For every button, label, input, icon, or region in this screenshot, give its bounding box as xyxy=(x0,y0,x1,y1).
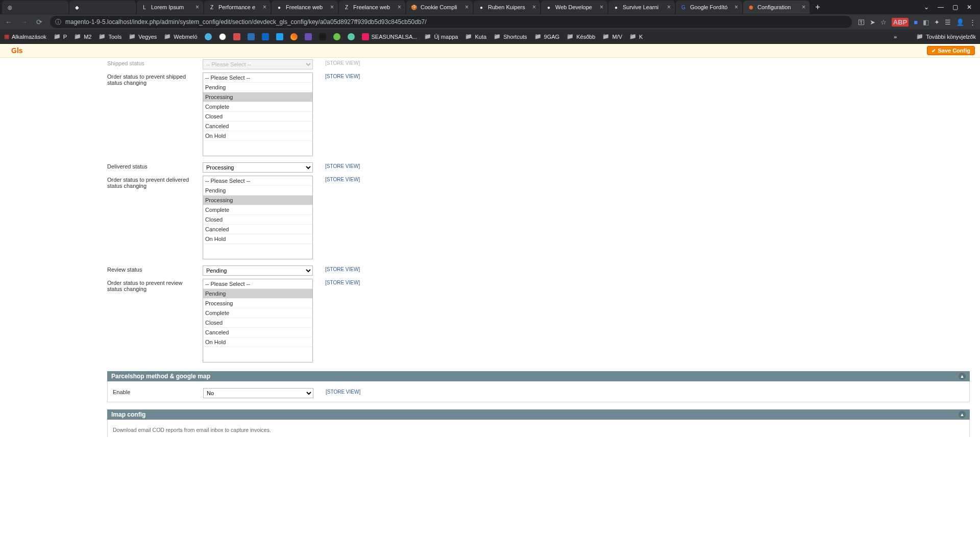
multiselect-option[interactable]: Pending xyxy=(203,289,312,299)
browser-tab[interactable]: 🍪Cookie Compli× xyxy=(406,1,473,14)
send-icon[interactable]: ➤ xyxy=(870,18,875,26)
extension-icon[interactable]: ■ xyxy=(914,18,918,26)
bookmark-item[interactable] xyxy=(262,33,269,40)
select-review-status[interactable]: Pending xyxy=(203,265,313,276)
bookmark-item[interactable] xyxy=(233,33,240,40)
bookmark-folder[interactable]: M/V xyxy=(602,33,622,40)
multiselect-option[interactable]: On Hold xyxy=(203,337,312,347)
close-icon[interactable]: × xyxy=(802,4,805,11)
bookmark-folder[interactable]: Kuta xyxy=(465,33,486,40)
browser-tab[interactable]: GGoogle Fordító× xyxy=(676,1,742,14)
adblock-icon[interactable]: ABP xyxy=(892,18,909,27)
multiselect-option[interactable]: Pending xyxy=(203,83,312,92)
scope-link[interactable]: [STORE VIEW] xyxy=(325,280,360,285)
bookmark-overflow-icon[interactable]: » xyxy=(894,34,897,40)
multiselect-option[interactable]: Complete xyxy=(203,205,312,215)
address-bar[interactable]: ⓘ magento-1-9-5.localhost/index.php/admi… xyxy=(50,16,852,28)
multiselect-option[interactable]: On Hold xyxy=(203,131,312,141)
multiselect-prevent-review[interactable]: -- Please Select -- Pending Processing C… xyxy=(203,279,313,362)
multiselect-option[interactable]: Processing xyxy=(203,299,312,308)
collapse-icon[interactable]: ▲ xyxy=(959,411,966,418)
section-header-imap[interactable]: Imap config ▲ xyxy=(107,409,970,420)
close-icon[interactable]: × xyxy=(263,4,266,11)
close-icon[interactable]: × xyxy=(330,4,334,11)
browser-tab[interactable]: LLorem Ipsum× xyxy=(137,1,203,14)
bookmark-item[interactable] xyxy=(290,33,298,40)
bookmark-folder[interactable]: Webmeló xyxy=(164,33,197,40)
multiselect-option[interactable]: On Hold xyxy=(203,234,312,244)
extensions-puzzle-icon[interactable]: ✦ xyxy=(934,18,940,26)
close-icon[interactable]: × xyxy=(734,4,738,11)
bookmark-star-icon[interactable]: ☆ xyxy=(880,18,887,26)
close-icon[interactable]: × xyxy=(195,4,199,11)
reload-button[interactable]: ⟳ xyxy=(35,18,44,26)
multiselect-option[interactable]: Complete xyxy=(203,308,312,318)
key-icon[interactable]: ⚿ xyxy=(858,18,865,26)
bookmark-folder[interactable]: M2 xyxy=(74,33,91,40)
section-header-parcelshop[interactable]: Parcelshop method & google map ▲ xyxy=(107,371,970,381)
browser-tab[interactable]: ◆ xyxy=(69,1,136,14)
site-info-icon[interactable]: ⓘ xyxy=(55,18,61,27)
browser-tab[interactable]: ●Web Develope× xyxy=(541,1,607,14)
browser-tab[interactable]: ZFreelance web× xyxy=(339,1,405,14)
bookmark-item[interactable] xyxy=(276,33,283,40)
multiselect-prevent-delivered[interactable]: -- Please Select -- Pending Processing C… xyxy=(203,176,313,259)
kebab-menu-icon[interactable]: ⋮ xyxy=(969,18,976,26)
multiselect-option[interactable]: -- Please Select -- xyxy=(203,73,312,83)
extension-icon[interactable]: ◧ xyxy=(923,18,929,26)
other-bookmarks-folder[interactable]: További könyvjelzők xyxy=(916,33,976,40)
new-tab-button[interactable]: + xyxy=(811,3,825,12)
bookmark-folder[interactable]: Később xyxy=(567,33,595,40)
maximize-icon[interactable]: ▢ xyxy=(950,4,960,11)
multiselect-option[interactable]: -- Please Select -- xyxy=(203,176,312,186)
browser-tab[interactable]: ◎ xyxy=(2,1,68,14)
scope-link[interactable]: [STORE VIEW] xyxy=(325,266,360,272)
multiselect-option[interactable]: Pending xyxy=(203,186,312,196)
bookmark-folder[interactable]: Shortcuts xyxy=(494,33,527,40)
bookmark-item[interactable] xyxy=(333,33,340,40)
select-parcelshop-enable[interactable]: No xyxy=(203,388,313,398)
bookmark-item[interactable] xyxy=(348,33,355,40)
close-icon[interactable]: × xyxy=(465,4,469,11)
bookmark-item[interactable] xyxy=(205,33,212,40)
profile-avatar-icon[interactable]: 👤 xyxy=(956,18,964,26)
bookmark-folder[interactable]: P xyxy=(54,33,67,40)
multiselect-option[interactable]: Canceled xyxy=(203,225,312,234)
close-icon[interactable]: × xyxy=(398,4,401,11)
multiselect-option[interactable]: -- Please Select -- xyxy=(203,279,312,289)
multiselect-option[interactable]: Closed xyxy=(203,318,312,328)
back-button[interactable]: ← xyxy=(4,18,13,26)
multiselect-option[interactable]: Canceled xyxy=(203,122,312,131)
scope-link[interactable]: [STORE VIEW] xyxy=(325,177,360,182)
bookmark-item[interactable] xyxy=(305,33,312,40)
browser-tab[interactable]: ZPerformance e× xyxy=(204,1,271,14)
multiselect-prevent-shipped[interactable]: -- Please Select -- Pending Processing C… xyxy=(203,72,313,156)
multiselect-option[interactable]: Processing xyxy=(203,196,312,205)
bookmark-folder[interactable]: 9GAG xyxy=(534,33,560,40)
bookmark-item[interactable] xyxy=(219,33,226,40)
scope-link[interactable]: [STORE VIEW] xyxy=(326,389,360,395)
multiselect-option[interactable]: Canceled xyxy=(203,328,312,337)
collapse-icon[interactable]: ▲ xyxy=(959,373,966,380)
multiselect-option[interactable]: Complete xyxy=(203,102,312,112)
multiselect-option[interactable]: Processing xyxy=(203,92,312,102)
scope-link[interactable]: [STORE VIEW] xyxy=(325,74,360,79)
tabs-dropdown-icon[interactable]: ⌄ xyxy=(922,4,931,11)
close-icon[interactable]: × xyxy=(532,4,536,11)
bookmark-item[interactable] xyxy=(319,33,326,40)
browser-tab[interactable]: ●Freelance web× xyxy=(272,1,338,14)
bookmark-folder[interactable]: Új mappa xyxy=(424,33,458,40)
close-icon[interactable]: × xyxy=(667,4,671,11)
browser-tab[interactable]: ●Ruben Kuipers× xyxy=(474,1,540,14)
multiselect-option[interactable]: Closed xyxy=(203,112,312,122)
bookmark-item[interactable]: SEASUNSALSA... xyxy=(362,33,418,40)
bookmark-item[interactable] xyxy=(248,33,255,40)
minimize-icon[interactable]: — xyxy=(936,4,945,11)
bookmark-folder[interactable]: Vegyes xyxy=(129,33,157,40)
scope-link[interactable]: [STORE VIEW] xyxy=(325,163,360,169)
reading-list-icon[interactable]: ☰ xyxy=(945,18,951,26)
close-icon[interactable]: × xyxy=(600,4,603,11)
forward-button[interactable]: → xyxy=(19,18,29,26)
browser-tab[interactable]: ●Survive Learni× xyxy=(608,1,675,14)
browser-tab-active[interactable]: ⬢Configuration× xyxy=(743,1,810,14)
